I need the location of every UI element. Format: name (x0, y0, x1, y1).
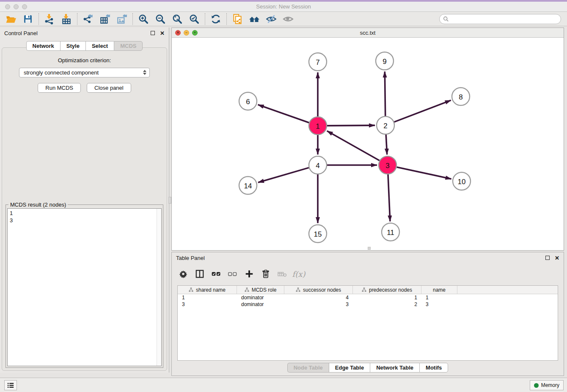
new-network-from-selection-button[interactable] (229, 13, 246, 25)
node-label-6: 6 (246, 98, 250, 106)
criterion-dropdown[interactable]: strongly connected component (19, 68, 150, 77)
run-mcds-button[interactable]: Run MCDS (38, 83, 81, 93)
edge-2-3[interactable] (386, 135, 387, 155)
zoom-in-button[interactable] (135, 13, 152, 25)
table-row[interactable]: 3dominator323 (178, 301, 558, 308)
cell[interactable]: 4 (284, 294, 353, 301)
export-image-icon (116, 14, 127, 25)
toolbar-separator (205, 13, 205, 25)
table-tabs: Node Table Edge Table Network Table Moti… (172, 363, 564, 373)
cell[interactable]: dominator (237, 301, 284, 308)
tab-select[interactable]: Select (85, 41, 114, 51)
duplicate-network-icon (232, 14, 243, 25)
zoom-out-icon (155, 14, 166, 25)
column-label: name (433, 287, 446, 293)
canvas-resize-handle[interactable] (368, 247, 371, 250)
refresh-button[interactable] (207, 13, 224, 25)
cell[interactable]: 3 (421, 301, 457, 308)
cell[interactable]: 2 (353, 301, 421, 308)
zoom-fit-button[interactable] (169, 13, 186, 25)
deselect-all-rows-button[interactable] (226, 268, 239, 280)
edge-3-10[interactable] (396, 167, 451, 179)
column-header-shared-name[interactable]: shared name (178, 286, 237, 294)
float-panel-icon[interactable] (151, 31, 155, 35)
zoom-selected-button[interactable] (186, 13, 203, 25)
column-header-successor-nodes[interactable]: successor nodes (284, 286, 353, 294)
show-all-button[interactable] (280, 13, 297, 25)
float-table-panel-icon[interactable] (545, 256, 550, 260)
import-network-icon (44, 14, 55, 25)
table-row[interactable]: 1dominator411 (178, 294, 558, 301)
select-all-rows-button[interactable] (210, 268, 223, 280)
task-history-button[interactable] (4, 380, 17, 390)
create-column-button[interactable] (243, 268, 256, 280)
tab-mcds[interactable]: MCDS (114, 41, 143, 51)
network-canvas[interactable]: 7968124314101511 (172, 38, 564, 250)
close-panel-button[interactable]: Close panel (87, 83, 131, 93)
result-scrollbar[interactable] (157, 209, 161, 366)
edge-2-8[interactable] (394, 100, 451, 122)
export-network-button[interactable] (80, 13, 96, 25)
table-panel: Table Panel ✕ (171, 252, 564, 376)
panel-splitter-handle[interactable] (168, 197, 171, 204)
edge-1-2[interactable] (327, 125, 375, 126)
column-header-MCDS-role[interactable]: MCDS role (237, 286, 284, 294)
cell[interactable]: 3 (178, 301, 237, 308)
close-panel-icon[interactable]: ✕ (160, 30, 165, 36)
fx-icon: f(x) (292, 270, 306, 279)
edge-2-9[interactable] (385, 72, 385, 116)
checked-boxes-icon (211, 269, 221, 279)
show-column-panel-button[interactable] (193, 268, 206, 280)
mcds-result-text[interactable]: 1 3 (7, 208, 162, 366)
search-field[interactable] (439, 14, 561, 24)
first-neighbors-button[interactable] (246, 13, 263, 25)
zoom-out-button[interactable] (152, 13, 169, 25)
tab-motifs[interactable]: Motifs (419, 363, 448, 373)
column-header-predecessor-nodes[interactable]: predecessor nodes (353, 286, 421, 294)
eye-icon (282, 14, 294, 25)
table-settings-button[interactable] (177, 268, 190, 280)
cell[interactable]: 1 (178, 294, 237, 301)
close-table-panel-icon[interactable]: ✕ (555, 255, 559, 261)
open-folder-icon (6, 14, 17, 25)
tab-edge-table[interactable]: Edge Table (329, 363, 370, 373)
mcds-result-title: MCDS result (2 nodes) (8, 202, 68, 208)
export-table-icon (99, 14, 110, 25)
search-input[interactable] (451, 16, 557, 22)
function-builder-button[interactable]: f(x) (292, 268, 305, 280)
edge-1-6[interactable] (258, 105, 309, 122)
node-label-3: 3 (385, 162, 389, 170)
network-window-titlebar[interactable]: ✕ − + scc.txt (172, 28, 564, 38)
import-table-button[interactable] (58, 13, 75, 25)
search-icon (443, 16, 449, 22)
edge-3-1[interactable] (327, 131, 380, 160)
trash-icon (261, 269, 270, 279)
cell[interactable]: 1 (421, 294, 457, 301)
import-network-button[interactable] (41, 13, 58, 25)
edge-4-14[interactable] (258, 168, 309, 182)
list-icon (7, 382, 14, 389)
edge-3-11[interactable] (388, 174, 390, 221)
table-toolbar: f(x) (177, 267, 564, 281)
column-header-name[interactable]: name (421, 286, 457, 294)
table-panel-title: Table Panel (176, 255, 545, 261)
memory-button[interactable]: Memory (530, 380, 564, 390)
table-panel-header: Table Panel ✕ (172, 252, 564, 263)
hide-selected-button[interactable] (263, 13, 280, 25)
criterion-value: strongly connected component (24, 69, 99, 76)
tab-style[interactable]: Style (60, 41, 85, 51)
tab-network[interactable]: Network (26, 41, 60, 51)
cell[interactable]: 1 (353, 294, 421, 301)
graph[interactable]: 7968124314101511 (172, 38, 564, 250)
delete-column-button[interactable] (259, 268, 272, 280)
node-label-11: 11 (387, 229, 394, 237)
save-session-button[interactable] (19, 13, 36, 25)
cell[interactable]: 3 (284, 301, 353, 308)
delete-table-button[interactable] (276, 268, 289, 280)
cell[interactable]: dominator (237, 294, 284, 301)
tab-node-table[interactable]: Node Table (287, 363, 329, 373)
tab-network-table[interactable]: Network Table (370, 363, 419, 373)
export-table-button[interactable] (96, 13, 113, 25)
open-session-button[interactable] (3, 13, 19, 25)
export-image-button[interactable] (113, 13, 130, 25)
